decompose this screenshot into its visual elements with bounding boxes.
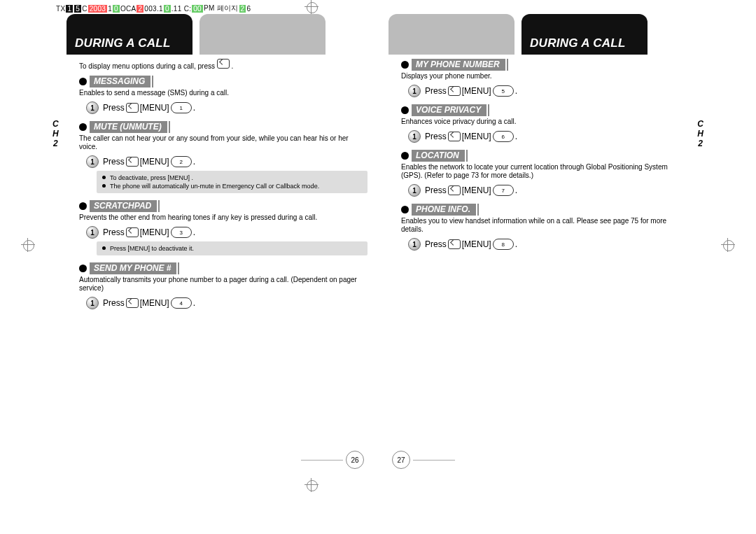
press-label: Press [103,157,125,167]
menu-label: [MENU] [462,86,491,96]
press-label: Press [103,103,125,113]
page-title: DURING A CALL [530,36,626,50]
section-voice-privacy: VOICE PRIVACY Enhances voice privacy dur… [401,104,690,143]
numkey-icon: 4 [171,297,192,309]
numkey-icon: 8 [493,239,514,250]
press-label: Press [103,298,125,308]
bullet-icon [79,78,87,85]
press-label: Press [425,86,447,96]
section-desc: Displays your phone number. [401,72,690,80]
section-title: MY PHONE NUMBER [412,59,507,71]
page-left: DURING A CALL C H 2 To display menu opti… [56,7,378,469]
section-desc: Prevents the other end from hearing tone… [79,213,368,222]
manual-spread: TX15C200310OCA 2003.10.11 C:00 PM 페이지 26… [0,0,756,534]
menu-label: [MENU] [140,227,169,237]
bullet-icon [401,152,409,160]
step-row: 1 Press [MENU] 5 . [408,85,690,97]
step-number: 1 [86,155,99,168]
page-number: 26 [346,451,364,469]
menu-label: [MENU] [140,103,169,113]
header-tabs: DURING A CALL [66,14,368,55]
step-number: 1 [408,85,421,97]
section-mute: MUTE (UNMUTE) The caller can not hear yo… [79,121,368,193]
step-row: 1 Press [MENU] 6 . [408,130,690,143]
bullet-icon [79,123,87,131]
intro-text: To display menu options during a call, p… [79,59,368,70]
numkey-icon: 2 [171,156,192,167]
bullet-icon [401,61,409,69]
softkey-icon [448,132,461,141]
note-bullet-icon [102,184,106,188]
section-phone-info: PHONE INFO. Enables you to view handset … [401,204,690,251]
numkey-icon: 3 [171,227,192,238]
softkey-icon [126,157,139,167]
step-number: 1 [408,130,421,143]
page-title: DURING A CALL [75,36,171,50]
section-desc: Automatically transmits your phone numbe… [79,276,368,293]
page-spread: DURING A CALL C H 2 To display menu opti… [56,7,700,469]
note-bullet-icon [102,246,106,250]
menu-label: [MENU] [462,185,491,195]
bullet-icon [79,265,87,272]
step-row: 1 Press [MENU] 3 . [86,226,368,239]
note-text: To deactivate, press [MENU] . [110,174,193,182]
section-send-my-phone: SEND MY PHONE # Automatically transmits … [79,262,368,309]
softkey-icon [448,239,461,249]
step-row: 1 Press [MENU] 8 . [408,238,690,251]
note-text: The phone will automatically un-mute in … [110,182,319,190]
press-label: Press [425,185,447,195]
section-messaging: MESSAGING Enables to send a message (SMS… [79,76,368,114]
note-bullet-icon [102,176,106,179]
numkey-icon: 5 [493,85,514,97]
header-tab-inactive [388,14,514,55]
section-title: SEND MY PHONE # [90,262,178,274]
press-label: Press [425,239,447,249]
softkey-icon [126,227,139,237]
crop-mark-icon [21,238,35,252]
bullet-icon [401,106,409,114]
section-location: LOCATION Enables the network to locate y… [401,150,690,197]
section-title: LOCATION [412,150,467,162]
menu-label: [MENU] [462,132,491,141]
menu-label: [MENU] [140,298,169,308]
page-right: DURING A CALL C H 2 MY PHONE NUMBER Disp… [378,7,700,469]
crop-mark-icon [304,478,318,492]
press-label: Press [103,227,125,237]
section-desc: Enhances voice privacy during a call. [401,118,690,126]
softkey-icon [448,86,461,96]
header-tabs: DURING A CALL [388,14,690,55]
press-label: Press [425,132,447,141]
softkey-icon [126,298,139,308]
section-desc: Enables the network to locate your curre… [401,163,690,180]
step-row: 1 Press [MENU] 1 . [86,101,368,114]
chapter-label: C H 2 [697,119,704,148]
step-number: 1 [86,297,99,309]
section-scratchpad: SCRATCHPAD Prevents the other end from h… [79,200,368,255]
section-title: PHONE INFO. [412,204,478,216]
softkey-icon [217,59,230,69]
step-row: 1 Press [MENU] 2 . [86,155,368,168]
note-box: Press [MENU] to deactivate it. [97,241,368,255]
section-title: VOICE PRIVACY [412,104,489,116]
step-number: 1 [408,238,421,251]
step-number: 1 [86,101,99,114]
step-number: 1 [86,226,99,239]
section-desc: Enables you to view handset information … [401,217,690,234]
note-box: To deactivate, press [MENU] . The phone … [97,171,368,193]
header-tab-inactive [200,14,326,55]
softkey-icon [448,185,461,195]
header-tab-active: DURING A CALL [66,14,192,55]
numkey-icon: 1 [171,102,192,113]
numkey-icon: 7 [493,185,514,196]
section-desc: Enables to send a message (SMS) during a… [79,89,368,97]
section-title: SCRATCHPAD [90,200,159,212]
softkey-icon [126,103,139,113]
crop-mark-icon [721,238,735,252]
page-number: 27 [392,451,410,469]
bullet-icon [79,202,87,210]
menu-label: [MENU] [140,157,169,167]
section-my-phone-number: MY PHONE NUMBER Displays your phone numb… [401,59,690,97]
header-tab-active: DURING A CALL [522,14,648,55]
menu-label: [MENU] [462,239,491,249]
section-desc: The caller can not hear your or any soun… [79,134,368,151]
